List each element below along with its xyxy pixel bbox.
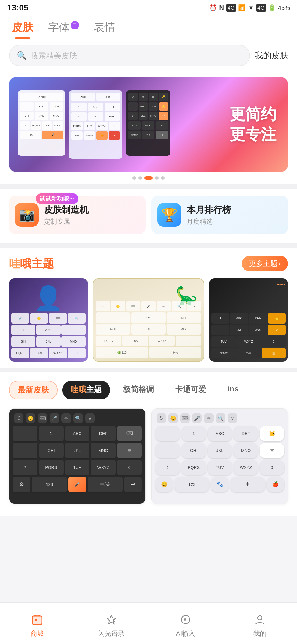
filter-tab-minimal[interactable]: 极简格调 [115,381,162,399]
key2-0: 0 [260,460,284,475]
theme-card-beige[interactable]: 🦕 ↩ 😊 ⌨ 🎤 ✏ 🔍 ∨ 1 ABC DEF GHI [93,278,204,362]
alarm-icon: ⏰ [209,4,217,11]
toolbar-pen-icon: ✏ [61,413,71,423]
tab-skin[interactable]: 皮肤 [12,20,33,39]
my-skin-button[interactable]: 我的皮肤 [255,50,288,61]
dot-5[interactable] [161,176,165,180]
skin-card-2[interactable]: S 😊 ⌨ 🎤 ✏ 🔍 ∨ · 1 ABC DEF 🐱 · [151,408,288,504]
section-header: 哇哦主题 更多主题 › [9,256,288,271]
key2-q: ? [155,460,180,475]
theme-grid: 👤 🔗 😊 ⌨ 🔍 1 ABC DEF GHI JKL MNO [9,278,288,362]
key2-fruit: 🍎 [267,477,284,492]
rank-sub: 月度精选 [187,217,231,226]
maker-sub: 定制专属 [44,217,89,226]
key-zh-en: 中/英 [88,477,123,492]
filter-tab-latest[interactable]: 最新皮肤 [9,381,58,399]
status-bar: 13:05 ⏰ N 4G 📶 ▼ 4G 🔋 45% [0,0,297,14]
key-0: 0 [117,460,142,475]
key-tuv: TUV [65,460,90,475]
toolbar-more-icon: ∨ [85,413,95,423]
feature-card-maker[interactable]: 试试新功能～ 📸 皮肤制造机 定制专属 [9,196,146,234]
maker-icon: 📸 [15,203,39,227]
kb-bottom-2: 😊 123 🐾 中 🍎 [155,477,284,492]
dot-3[interactable] [144,176,153,180]
bottom-spacer [0,516,297,563]
theme-card-dark-orange[interactable]: ●●●●●● 1 ABC DEF ⭐ 6 JKL MNO ↩ TUV WXYZ [209,278,288,362]
nav-ai[interactable]: AI AI输入 [148,609,223,638]
key2-jkl: JKL [208,443,232,458]
key2-dot: · [155,443,180,458]
key2-zh-en: 中 [230,477,265,492]
toolbar-emoji-icon: 😊 [26,413,35,423]
skin-preview-1: S 😊 ⌨ 🎤 ✏ 🔍 ∨ · 1 ABC DEF ⌫ · G [9,409,145,504]
key-abc: ABC [65,426,90,441]
banner-container[interactable]: ●/- ABC 1 ABC DEF GHI JKL MNO ? PQRS TUV… [9,77,288,172]
filter-tab-ins[interactable]: ins [219,381,247,399]
toolbar2-search-icon: 🔍 [216,413,225,423]
header-tabs: 皮肤 字体T 表情 [0,14,297,39]
toolbar2-mic-icon: 🎤 [192,413,202,423]
dot-2[interactable] [138,176,142,180]
new-badge: 试试新功能～ [36,193,78,204]
key-enter-dark: ↩ [124,477,142,492]
key2-wxyz: WXYZ [233,460,258,475]
toolbar-2: S 😊 ⌨ 🎤 ✏ 🔍 ∨ [155,413,284,423]
svg-text:AI: AI [184,617,188,622]
skin-preview-2: S 😊 ⌨ 🎤 ✏ 🔍 ∨ · 1 ABC DEF 🐱 · [152,409,288,504]
key2-sticker: 🐾 [211,477,228,492]
tab-font[interactable]: 字体T [48,20,79,39]
toolbar2-more-icon: ∨ [228,413,237,423]
key2-tuv: TUV [208,460,232,475]
section-gap-3 [0,368,297,372]
filter-tabs: 最新皮肤 哇哦主题 极简格调 卡通可爱 ins [9,381,288,399]
key-1: 1 [39,426,64,441]
toolbar-kb-icon: ⌨ [38,413,47,423]
key-123: 123 [32,477,67,492]
nav-mine[interactable]: 我的 [223,609,297,638]
search-box[interactable]: 🔍 搜索精美皮肤 [9,45,250,66]
dot-4[interactable] [155,176,159,180]
toolbar-search-icon: 🔍 [73,413,83,423]
theme-card-purple[interactable]: 👤 🔗 😊 ⌨ 🔍 1 ABC DEF GHI JKL MNO [9,278,88,362]
key-mno: MNO [91,443,116,458]
dot-1[interactable] [132,176,136,180]
key2-comma: · [155,426,180,441]
key-pqrs: PQRS [39,460,64,475]
key-mic-main: 🎤 [68,477,86,492]
anime-character: 👤 [9,284,88,312]
key-def: DEF [91,426,116,441]
shop-icon [29,612,45,627]
svg-point-5 [258,616,262,620]
toolbar-1: S 😊 ⌨ 🎤 ✏ 🔍 ∨ [13,413,142,423]
banner-text: 更简约 更专注 [230,104,276,144]
banner-dots [9,172,288,184]
filter-tab-cute[interactable]: 卡通可爱 [167,381,214,399]
battery-percent: 45% [278,4,290,11]
skin-card-1[interactable]: S 😊 ⌨ 🎤 ✏ 🔍 ∨ · 1 ABC DEF ⌫ · G [9,408,146,504]
theme-kb-beige: ↩ 😊 ⌨ 🎤 ✏ 🔍 ∨ 1 ABC DEF GHI JKL MNO [93,298,204,361]
key-wxyz: WXYZ [91,460,116,475]
search-placeholder: 搜索精美皮肤 [31,51,77,61]
banner-title-line1: 更简约 [230,104,276,125]
tab-emoji[interactable]: 表情 [94,20,115,39]
dark-theme-dots: ●●●●●● [277,283,285,286]
more-themes-button[interactable]: 更多主题 › [242,256,288,271]
signal4g-icon: 4G [256,4,266,12]
banner-keyboard-preview: ●/- ABC 1 ABC DEF GHI JKL MNO ? PQRS TUV… [18,90,170,159]
rank-text: 本月排行榜 月度精选 [187,204,231,226]
bottom-nav: 商城 闪光语录 AI AI输入 我的 [0,602,297,644]
svg-rect-0 [32,616,42,624]
nav-shop[interactable]: 商城 [0,609,74,638]
key-del: ⌫ [117,426,142,441]
key2-1: 1 [181,426,206,441]
flashwrite-label: 闪光语录 [98,629,124,638]
kb-rows-2: · 1 ABC DEF 🐱 · GHI JKL MNO 重 ? PQRS TUV [155,426,284,492]
toolbar2-s-icon: S [157,413,166,423]
search-section: 🔍 搜索精美皮肤 我的皮肤 [0,39,297,72]
filter-tab-wow[interactable]: 哇哦主题 [62,381,110,399]
emoji-theme-section: 哇哦主题 更多主题 › 👤 🔗 😊 ⌨ 🔍 1 ABC DEF [0,248,297,368]
nav-flashwrite[interactable]: 闪光语录 [74,609,148,638]
keyboard-preview-dark: ⚙ ⊕ ▦ 🔑 1 ABC DEF ⭐ 6 JKL MNO ↩ [126,90,170,156]
feature-card-rank[interactable]: 🏆 本月排行榜 月度精选 [151,196,288,234]
kb-bottom-1: ⚙ 123 🎤 中/英 ↩ [13,477,142,492]
